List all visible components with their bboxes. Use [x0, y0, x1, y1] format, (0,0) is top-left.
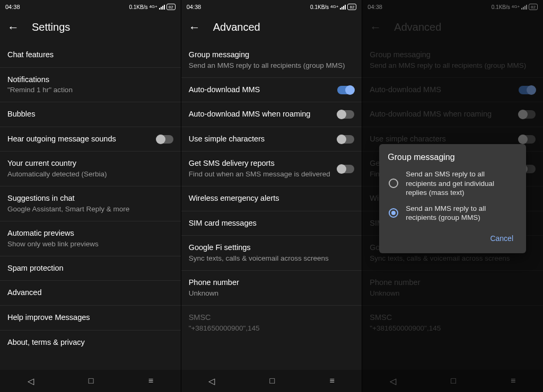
status-time: 04:38 [5, 4, 20, 10]
list-item[interactable]: Auto-download MMS when roaming [181, 102, 362, 127]
list-item[interactable]: SMSC"+381650000900",145 [181, 306, 362, 340]
list-item-subtitle: "Remind 1 hr" action [7, 85, 173, 95]
status-bar: 04:38 0.1KB/s 4G+ 82 [181, 0, 362, 14]
list-item[interactable]: Chat features [0, 43, 181, 68]
nav-home-icon[interactable]: □ [270, 376, 275, 386]
list-item-subtitle: "+381650000900",145 [189, 324, 355, 333]
radio-selected-icon [389, 208, 398, 218]
nav-back-icon[interactable]: ◁ [28, 376, 34, 386]
toggle-switch[interactable] [156, 135, 173, 144]
list-item-text: Hear outgoing message sounds [7, 134, 151, 145]
list-item-text: Bubbles [7, 109, 173, 120]
signal-icon [159, 5, 165, 10]
nav-home-icon[interactable]: □ [89, 376, 94, 386]
screen-settings: 04:38 0.1KB/s 4G+ 82 ← Settings Chat fea… [0, 0, 181, 392]
status-net-speed: 0.1KB/s [129, 4, 147, 10]
list-item-title: Notifications [7, 75, 173, 85]
list-item-text: SMSC"+381650000900",145 [189, 313, 355, 333]
list-item[interactable]: Phone numberUnknown [181, 271, 362, 306]
list-item-title: Phone number [189, 278, 355, 288]
list-item-title: Help improve Messages [7, 313, 173, 323]
list-item-text: Get SMS delivery reportsFind out when an… [189, 158, 332, 179]
list-item-title: SMSC [189, 313, 355, 323]
dialog-option-label: Send an MMS reply to all recipients (gro… [406, 204, 516, 222]
status-time: 04:38 [187, 4, 202, 10]
group-messaging-dialog: Group messaging Send an SMS reply to all… [379, 144, 526, 253]
list-item-subtitle: Find out when an SMS message is delivere… [189, 170, 332, 179]
dialog-option-label: Send an SMS reply to all recipients and … [406, 170, 516, 198]
list-item-text: Automatic previewsShow only web link pre… [7, 228, 173, 249]
list-item[interactable]: Suggestions in chatGoogle Assistant, Sma… [0, 186, 181, 221]
back-arrow-icon[interactable]: ← [189, 22, 200, 33]
list-item[interactable]: Group messagingSend an MMS reply to all … [181, 43, 362, 78]
list-item-text: About, terms & privacy [7, 337, 173, 348]
toggle-switch[interactable] [337, 135, 354, 144]
toggle-switch[interactable] [337, 110, 354, 119]
settings-list: Chat featuresNotifications"Remind 1 hr" … [0, 43, 181, 370]
list-item-title: About, terms & privacy [7, 337, 173, 348]
list-item-text: Your current countryAutomatically detect… [7, 158, 173, 179]
list-item-text: Suggestions in chatGoogle Assistant, Sma… [7, 193, 173, 214]
list-item[interactable]: Use simple characters [181, 127, 362, 152]
list-item[interactable]: Notifications"Remind 1 hr" action [0, 68, 181, 103]
nav-recents-icon[interactable]: ≡ [148, 376, 153, 386]
dialog-option-mass-text[interactable]: Send an SMS reply to all recipients and … [388, 166, 518, 201]
list-item-title: Hear outgoing message sounds [7, 134, 151, 145]
app-bar: ← Advanced [181, 14, 362, 43]
screen-advanced-dialog: 04:38 0.1KB/s 4G+ 82 ← Advanced Group me… [362, 0, 543, 392]
toggle-switch[interactable] [337, 86, 354, 94]
list-item-text: Chat features [7, 50, 173, 60]
status-net-speed: 0.1KB/s [310, 4, 329, 10]
list-item[interactable]: Wireless emergency alerts [181, 186, 362, 211]
screen-advanced: 04:38 0.1KB/s 4G+ 82 ← Advanced Group me… [181, 0, 363, 392]
list-item-title: Automatic previews [7, 228, 173, 239]
list-item-title: Chat features [7, 50, 173, 60]
list-item[interactable]: Spam protection [0, 256, 181, 281]
list-item-text: SIM card messages [189, 218, 355, 229]
list-item[interactable]: Advanced [0, 281, 181, 306]
battery-icon: 82 [347, 4, 356, 10]
list-item-title: Your current country [7, 158, 173, 169]
list-item[interactable]: Get SMS delivery reportsFind out when an… [181, 152, 362, 186]
list-item[interactable]: Auto-download MMS [181, 78, 362, 103]
nav-bar: ◁ □ ≡ [0, 370, 181, 392]
list-item[interactable]: Google Fi settingsSync texts, calls & vo… [181, 236, 362, 271]
dialog-title: Group messaging [388, 153, 518, 162]
toggle-switch[interactable] [337, 165, 354, 173]
list-item-subtitle: Sync texts, calls & voicemail across scr… [189, 254, 355, 263]
list-item[interactable]: Help improve Messages [0, 306, 181, 331]
status-right: 0.1KB/s 4G+ 82 [129, 4, 175, 10]
list-item-text: Advanced [7, 288, 173, 298]
dialog-actions: Cancel [388, 232, 518, 245]
cancel-button[interactable]: Cancel [486, 232, 518, 245]
list-item-text: Auto-download MMS [189, 85, 332, 95]
list-item[interactable]: Hear outgoing message sounds [0, 127, 181, 152]
dialog-option-group-mms[interactable]: Send an MMS reply to all recipients (gro… [388, 201, 518, 226]
back-arrow-icon[interactable]: ← [7, 22, 19, 33]
status-net-gen: 4G+ [330, 5, 338, 9]
list-item-title: Auto-download MMS when roaming [189, 109, 332, 120]
radio-unselected-icon [389, 179, 398, 188]
list-item-title: SIM card messages [189, 218, 355, 229]
list-item[interactable]: Automatic previewsShow only web link pre… [0, 221, 181, 256]
list-item-title: Advanced [7, 288, 173, 298]
list-item[interactable]: SIM card messages [181, 211, 362, 236]
nav-recents-icon[interactable]: ≡ [329, 376, 334, 386]
status-bar: 04:38 0.1KB/s 4G+ 82 [0, 0, 181, 14]
list-item-title: Use simple characters [189, 134, 332, 145]
list-item-text: Wireless emergency alerts [189, 193, 355, 204]
list-item[interactable]: Bubbles [0, 102, 181, 127]
list-item-text: Phone numberUnknown [189, 278, 355, 298]
status-right: 0.1KB/s 4G+ 82 [310, 4, 356, 10]
page-title: Settings [32, 21, 70, 33]
list-item-text: Use simple characters [189, 134, 332, 145]
list-item-title: Auto-download MMS [189, 85, 332, 95]
nav-back-icon[interactable]: ◁ [208, 376, 215, 386]
list-item[interactable]: Your current countryAutomatically detect… [0, 152, 181, 186]
nav-bar: ◁ □ ≡ [181, 370, 362, 392]
list-item-text: Spam protection [7, 263, 173, 274]
signal-icon [340, 5, 346, 10]
list-item[interactable]: About, terms & privacy [0, 331, 181, 355]
battery-icon: 82 [167, 4, 176, 10]
list-item-title: Spam protection [7, 263, 173, 274]
